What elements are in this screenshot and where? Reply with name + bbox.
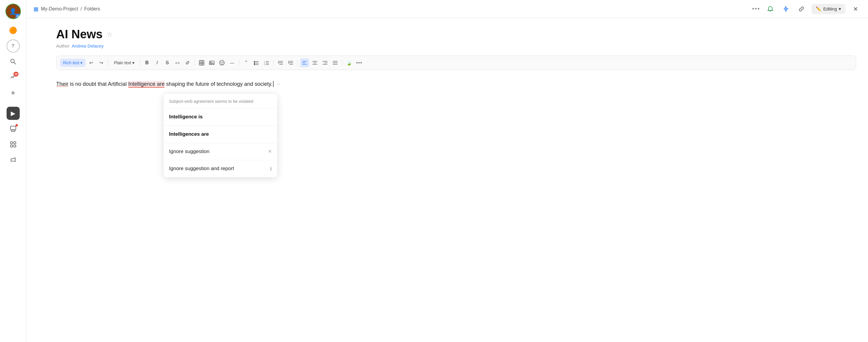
svg-point-21 <box>254 61 255 62</box>
outdent-button[interactable] <box>276 58 285 67</box>
svg-text:3: 3 <box>264 64 265 65</box>
rich-text-button[interactable]: Rich text ▾ <box>60 59 86 67</box>
close-button[interactable]: ✕ <box>850 4 861 15</box>
hr-button[interactable]: — <box>227 58 237 67</box>
leaf-button[interactable]: 🍃 <box>345 58 354 67</box>
svg-rect-6 <box>10 145 12 147</box>
text-middle: is no doubt that Artificial <box>68 81 128 87</box>
info-icon: ℹ <box>270 165 272 173</box>
breadcrumb-sep: / <box>80 6 82 12</box>
pencil-icon: ✏️ <box>816 6 822 12</box>
align-right-button[interactable] <box>320 58 330 67</box>
numbered-list-button[interactable]: 1 2 3 <box>262 58 271 67</box>
toolbar-sep-2 <box>140 60 140 66</box>
main-panel: ▦ My-Demo-Project / Folders ••• <box>26 0 868 342</box>
ignore-and-report-label: Ignore suggestion and report <box>169 165 234 173</box>
activity-icon[interactable]: 38 <box>7 70 20 84</box>
code-button[interactable]: <> <box>173 58 182 67</box>
page-title: AI News <box>56 28 103 41</box>
svg-point-25 <box>254 64 255 65</box>
undo-button[interactable]: ↩ <box>87 58 96 67</box>
ignore-suggestion-item[interactable]: Ignore suggestion ✕ <box>164 143 277 161</box>
more-options-icon[interactable]: ••• <box>752 5 760 12</box>
grid-apps-icon[interactable] <box>7 138 20 151</box>
topbar: ▦ My-Demo-Project / Folders ••• <box>26 0 868 18</box>
toolbar-sep-6 <box>298 60 298 66</box>
svg-point-19 <box>221 62 221 62</box>
error-phrase-highlighted: Intelligence are <box>128 81 164 88</box>
lightning-icon[interactable] <box>780 4 791 15</box>
ignore-close-icon: ✕ <box>268 147 272 155</box>
toolbar-sep-3 <box>194 60 195 66</box>
editing-button[interactable]: ✏️ Editing ▾ <box>811 4 845 14</box>
notifications-icon[interactable] <box>765 4 776 15</box>
link-icon[interactable] <box>796 4 807 15</box>
redo-button[interactable]: ↪ <box>97 58 106 67</box>
help-icon[interactable]: ? <box>7 39 20 53</box>
suggestion-item-1[interactable]: Intelligences are <box>164 126 277 143</box>
author-row: Author Andrea Delacey <box>56 44 856 49</box>
more-toolbar-button[interactable]: ••• <box>355 58 364 67</box>
bold-button[interactable]: B <box>143 58 151 67</box>
document-paragraph: Their is no doubt that Artificial Intell… <box>56 80 856 89</box>
suggestion-popup: Subject-verb agreement seems to be viola… <box>164 94 277 177</box>
play-icon[interactable]: ▶ <box>7 107 20 120</box>
arrow-icon: → <box>275 81 281 87</box>
svg-rect-11 <box>199 60 204 65</box>
toolbar-sep-4 <box>239 60 239 66</box>
ignore-suggestion-label: Ignore suggestion <box>169 147 209 156</box>
cursor-word: society. <box>254 81 274 87</box>
add-icon[interactable]: + <box>7 86 20 99</box>
table-button[interactable] <box>197 58 206 67</box>
suggestion-label-1: Intelligences are <box>169 130 209 139</box>
comments-icon[interactable] <box>7 122 20 136</box>
plain-text-chevron: ▾ <box>132 60 134 65</box>
topbar-actions: ••• ✏️ Editing ▾ <box>752 4 861 15</box>
svg-rect-4 <box>10 142 12 144</box>
svg-point-18 <box>220 60 224 65</box>
justify-button[interactable] <box>331 58 340 67</box>
align-left-button[interactable] <box>300 58 309 67</box>
svg-point-0 <box>11 59 14 63</box>
editing-label: Editing <box>823 6 837 11</box>
chevron-down-icon: ▾ <box>839 6 841 12</box>
avatar[interactable]: 👤 M <box>5 4 21 19</box>
suggestion-item-0[interactable]: Intelligence is <box>164 109 277 126</box>
svg-point-23 <box>254 63 255 64</box>
document-area: AI News ☆ Author Andrea Delacey Rich tex… <box>26 18 868 342</box>
suggestion-label-0: Intelligence is <box>169 113 203 121</box>
svg-point-20 <box>222 62 223 62</box>
link-toolbar-button[interactable] <box>183 58 192 67</box>
search-icon[interactable] <box>7 55 20 68</box>
toolbar-sep-7 <box>342 60 342 66</box>
image-button[interactable] <box>207 58 216 67</box>
rich-text-chevron: ▾ <box>80 60 83 65</box>
star-icon[interactable]: ☆ <box>106 30 113 38</box>
blockquote-button[interactable]: " <box>242 58 251 67</box>
italic-button[interactable]: I <box>153 58 162 67</box>
plain-text-button[interactable]: Plain text ▾ <box>111 59 137 67</box>
project-name[interactable]: My-Demo-Project <box>41 6 78 12</box>
indent-button[interactable] <box>286 58 295 67</box>
text-after: shaping the future of technology and <box>164 81 254 87</box>
bullet-list-button[interactable] <box>252 58 261 67</box>
sidebar: 👤 M 🟠 ? 38 + ▶ <box>0 0 26 342</box>
toolbar-sep-1 <box>108 60 108 66</box>
strikethrough-button[interactable]: S <box>163 58 172 67</box>
error-word-their: Their <box>56 81 68 87</box>
title-row: AI News ☆ <box>56 28 856 41</box>
rich-text-label: Rich text <box>63 60 79 65</box>
content-area: Their is no doubt that Artificial Intell… <box>56 80 856 89</box>
ignore-and-report-item[interactable]: Ignore suggestion and report ℹ <box>164 160 277 177</box>
align-center-button[interactable] <box>310 58 319 67</box>
plain-text-label: Plain text <box>114 60 131 65</box>
folder-name[interactable]: Folders <box>84 6 100 12</box>
popup-header: Subject-verb agreement seems to be viola… <box>164 94 277 109</box>
comments-badge <box>16 124 18 126</box>
author-link[interactable]: Andrea Delacey <box>72 44 104 49</box>
grid-icon: ▦ <box>33 6 38 12</box>
svg-rect-5 <box>14 142 16 144</box>
emoji-button[interactable] <box>217 58 226 67</box>
announce-icon[interactable] <box>7 153 20 167</box>
cookie-icon[interactable]: 🟠 <box>7 24 20 37</box>
